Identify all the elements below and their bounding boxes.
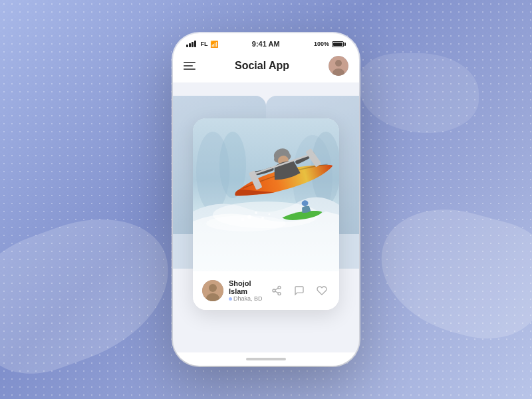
post-card: Shojol Islam Dhaka, BD	[193, 118, 339, 310]
profile-avatar[interactable]	[329, 56, 348, 76]
svg-point-9	[206, 215, 286, 231]
svg-point-1	[335, 60, 342, 66]
user-details: Shojol Islam Dhaka, BD	[229, 279, 269, 302]
svg-point-20	[261, 217, 264, 219]
menu-icon[interactable]	[184, 62, 196, 70]
user-info: Shojol Islam Dhaka, BD	[202, 279, 269, 302]
svg-point-19	[241, 218, 245, 221]
card-actions	[269, 283, 330, 299]
card-carousel: Shojol Islam Dhaka, BD	[173, 82, 359, 352]
svg-point-21	[269, 213, 271, 215]
comment-button[interactable]	[291, 283, 307, 299]
user-location: Dhaka, BD	[229, 295, 269, 302]
home-indicator-bar	[173, 352, 359, 366]
user-avatar	[202, 280, 223, 301]
svg-line-28	[275, 291, 279, 293]
home-indicator	[246, 358, 286, 360]
svg-line-29	[275, 288, 279, 290]
status-bar: FL 📶 9:41 AM 100%	[173, 33, 359, 51]
svg-point-26	[273, 289, 275, 292]
svg-point-27	[278, 293, 281, 295]
signal-icon	[186, 41, 196, 47]
wifi-icon: 📶	[210, 41, 218, 48]
svg-point-18	[255, 211, 257, 214]
battery-label: 100%	[314, 41, 329, 47]
wifi-label: FL	[201, 41, 208, 47]
battery-icon	[332, 41, 346, 47]
like-button[interactable]	[314, 283, 330, 299]
location-dot-icon	[229, 297, 232, 301]
content-area: Shojol Islam Dhaka, BD	[173, 82, 359, 352]
phone-frame: FL 📶 9:41 AM 100% Social App	[173, 33, 359, 366]
svg-point-25	[278, 286, 281, 289]
user-name: Shojol Islam	[229, 279, 269, 295]
svg-point-17	[247, 215, 251, 219]
app-title: Social App	[235, 60, 289, 72]
card-footer: Shojol Islam Dhaka, BD	[193, 271, 339, 310]
share-button[interactable]	[269, 283, 285, 299]
svg-point-23	[209, 284, 217, 292]
app-header: Social App	[173, 51, 359, 82]
post-image	[193, 118, 339, 271]
status-right: 100%	[314, 41, 346, 47]
time-display: 9:41 AM	[252, 40, 280, 48]
status-left: FL 📶	[186, 41, 218, 48]
